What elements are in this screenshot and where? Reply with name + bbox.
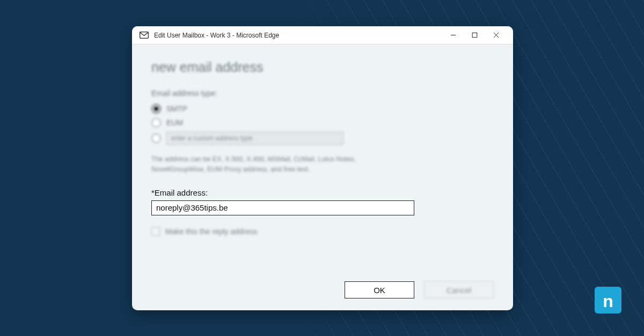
radio-eum[interactable]: EUM xyxy=(151,118,494,128)
address-type-label: Email address type: xyxy=(151,89,494,98)
reply-address-checkbox-row[interactable]: Make this the reply address xyxy=(151,227,494,236)
radio-icon xyxy=(151,118,161,128)
checkbox-icon xyxy=(151,227,160,236)
svg-rect-2 xyxy=(472,33,477,38)
radio-icon xyxy=(151,133,161,143)
email-address-input[interactable] xyxy=(151,200,414,215)
dialog-button-row: OK Cancel xyxy=(345,281,494,298)
dialog-window: Edit User Mailbox - Work 3 - Microsoft E… xyxy=(132,26,513,310)
reply-address-checkbox-label: Make this the reply address xyxy=(165,227,257,236)
blurred-section: new email address Email address type: SM… xyxy=(151,59,494,175)
brand-logo: n xyxy=(595,287,621,313)
helper-text: The address can be EX, X.500, X.400, MSM… xyxy=(151,154,409,175)
email-address-label: *Email address: xyxy=(151,188,494,197)
form-heading: new email address xyxy=(151,59,494,75)
cancel-button[interactable]: Cancel xyxy=(424,281,494,298)
radio-smtp-label: SMTP xyxy=(166,104,187,113)
close-button[interactable] xyxy=(485,26,507,44)
radio-custom[interactable]: enter a custom address type xyxy=(151,132,494,145)
maximize-button[interactable] xyxy=(464,26,485,44)
minimize-button[interactable] xyxy=(442,26,464,44)
brand-logo-letter: n xyxy=(603,293,613,310)
radio-smtp[interactable]: SMTP xyxy=(151,104,494,114)
custom-address-type-input[interactable]: enter a custom address type xyxy=(166,132,343,145)
window-title: Edit User Mailbox - Work 3 - Microsoft E… xyxy=(154,32,442,39)
window-titlebar: Edit User Mailbox - Work 3 - Microsoft E… xyxy=(132,26,513,44)
ok-button[interactable]: OK xyxy=(345,281,414,298)
mail-icon xyxy=(140,32,149,39)
email-field-group: *Email address: xyxy=(151,188,494,215)
radio-icon-selected xyxy=(151,104,161,114)
radio-eum-label: EUM xyxy=(166,118,183,127)
dialog-content: new email address Email address type: SM… xyxy=(132,44,513,310)
